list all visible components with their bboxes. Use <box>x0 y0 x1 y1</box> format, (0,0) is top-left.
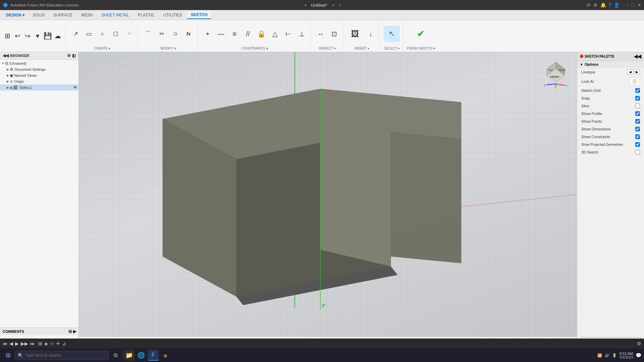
browser-item-sides1[interactable]: ▶ ◉ Sides:1 👁 <box>0 84 78 90</box>
browser-item-named-views[interactable]: ▶ ◉ Named Views <box>0 72 78 78</box>
sides1-eye-icon[interactable]: 👁 <box>73 85 77 90</box>
anim-prev-btn[interactable]: ◀ <box>9 341 13 346</box>
anim-right-icon[interactable]: ⚙ <box>637 341 641 346</box>
start-btn[interactable]: ⊞ <box>3 350 13 361</box>
align-btn[interactable]: ⊢ <box>282 26 294 42</box>
coincident-btn[interactable]: ≡ <box>228 26 240 42</box>
viewcube[interactable]: FRONT TOP RIGHT Y X Z <box>540 57 572 89</box>
options-section-header[interactable]: ▼ Options <box>577 61 644 68</box>
show-dimensions-checkbox[interactable] <box>635 127 640 131</box>
file-menu[interactable]: ▾ <box>33 28 42 44</box>
taskbar-search-input[interactable] <box>25 353 99 358</box>
anim-keyframe-icon[interactable]: ◈ <box>44 341 48 346</box>
palette-show-constraints-row: Show Constraints <box>577 133 644 141</box>
chrome-btn[interactable]: 🌐 <box>136 350 147 361</box>
grid-button[interactable]: ⊞ <box>3 28 12 44</box>
browser-item-document-settings[interactable]: ▶ ⚙ Document Settings <box>0 66 78 72</box>
show-constraints-checkbox[interactable] <box>635 134 640 139</box>
viewport[interactable]: 2° ⟳ ▾ ✋ 🔍 ⊡ ◧ ▾ ⊞ ▾ ⊟ ▾ FRONT TOP <box>79 52 577 349</box>
tab-mesh[interactable]: MESH <box>77 11 97 19</box>
browser-expand-icon[interactable]: ◧ <box>72 53 76 58</box>
insert-dxf-btn[interactable]: ↓ <box>365 26 377 42</box>
clock-area[interactable]: 8:53 AM 6/6/2023 <box>620 352 633 359</box>
close-btn[interactable]: ✕ <box>637 2 641 8</box>
browser-collapse-icon[interactable]: ◀◀ <box>3 53 9 58</box>
redo-btn[interactable]: ↪ <box>23 28 32 44</box>
minimize-btn[interactable]: − <box>626 2 629 8</box>
tab-sketch[interactable]: SKETCH <box>187 11 211 19</box>
comments-expand-icon[interactable]: ⊟ <box>68 329 72 334</box>
settings-icon[interactable]: ⚙ <box>593 2 598 8</box>
task-view-btn[interactable]: ⧉ <box>110 350 121 361</box>
snap-checkbox[interactable] <box>635 96 640 101</box>
offset-btn[interactable]: ⊃ <box>169 26 181 42</box>
browser-item-origin[interactable]: ▶ ⊕ Origin <box>0 78 78 84</box>
fillet-btn[interactable]: ⌒ <box>142 26 154 42</box>
network-icon[interactable]: 📶 <box>597 353 602 358</box>
show-projected-checkbox[interactable] <box>635 142 640 147</box>
line-btn[interactable]: ↗ <box>69 26 82 42</box>
show-points-checkbox[interactable] <box>635 119 640 124</box>
save-btn[interactable]: 💾 <box>43 28 52 44</box>
palette-pin-icon[interactable]: ◀◀ <box>634 54 641 59</box>
anim-move-icon[interactable]: ✛ <box>56 341 60 346</box>
perpendicular-btn[interactable]: ⊥ <box>296 26 308 42</box>
anim-play-btn[interactable]: ▶ <box>15 341 19 346</box>
equation-btn[interactable]: fx <box>182 26 195 42</box>
comments-settings-icon[interactable]: ▶ <box>73 329 76 334</box>
triangle-btn[interactable]: △ <box>269 26 281 42</box>
undo-btn[interactable]: ↩ <box>13 28 22 44</box>
anim-frame-icon[interactable]: ⊞ <box>38 341 42 346</box>
maximize-btn[interactable]: □ <box>632 2 635 8</box>
tab-utilities[interactable]: UTILITIES <box>159 11 186 19</box>
account-icon[interactable]: 👤 <box>614 2 620 8</box>
file-explorer-btn[interactable]: 📁 <box>124 350 135 361</box>
anim-next-btn[interactable]: ▶▶ <box>21 341 28 346</box>
show-profile-checkbox[interactable] <box>635 111 640 116</box>
battery-icon[interactable]: 🔋 <box>612 353 617 358</box>
measure-btn[interactable]: ↔ <box>315 26 327 42</box>
notification-badge[interactable]: 💬 <box>636 353 641 358</box>
insert-image-btn[interactable]: 🖼 <box>347 26 363 42</box>
fusion-taskbar-btn[interactable]: F <box>148 350 159 361</box>
tab-sheet-metal[interactable]: SHEET METAL <box>98 11 133 19</box>
fix-btn[interactable]: + <box>202 26 214 42</box>
sketch-grid-checkbox[interactable] <box>635 88 640 93</box>
linetype-prev-btn[interactable]: ◀ <box>627 69 633 74</box>
polygon-btn[interactable]: ⬡ <box>110 26 122 42</box>
volume-icon[interactable]: 🔊 <box>605 353 609 358</box>
help-icon[interactable]: ? <box>609 2 611 8</box>
3d-sketch-checkbox[interactable] <box>635 150 640 155</box>
anim-settings-icon[interactable]: ⊹ <box>50 341 54 346</box>
notification-icon[interactable]: 🔔 <box>600 2 606 8</box>
tab-close-icon[interactable]: ✕ <box>332 3 335 8</box>
tab-solid[interactable]: SOLID <box>29 11 49 19</box>
refresh-icon[interactable]: ⟳ <box>587 2 591 8</box>
slice-checkbox[interactable] <box>635 104 640 108</box>
tab-surface[interactable]: SURFACE <box>49 11 76 19</box>
new-tab-icon[interactable]: + <box>338 2 341 8</box>
search-bar[interactable]: 🔍 <box>15 351 109 360</box>
cloud-btn[interactable]: ☁ <box>53 28 62 44</box>
lock-btn[interactable]: 🔒 <box>255 26 267 42</box>
finish-sketch-btn[interactable]: ✔ <box>411 24 431 44</box>
sketch-tools-btn[interactable]: ⁘ <box>123 26 135 42</box>
circle-btn[interactable]: ○ <box>96 26 108 42</box>
visibility-icon[interactable]: ◉ <box>10 86 13 89</box>
dimension-btn[interactable]: ⊡ <box>328 26 340 42</box>
anim-extra-icon[interactable]: ⊿ <box>62 341 66 346</box>
orange-app-btn[interactable]: ◈ <box>160 350 171 361</box>
linetype-next-btn[interactable]: ▶ <box>634 69 640 74</box>
anim-start-btn[interactable]: ⏮ <box>3 341 7 346</box>
parallel-btn[interactable]: // <box>242 26 254 42</box>
tab-plastic[interactable]: PLASTIC <box>134 11 159 19</box>
select-btn[interactable]: ↖ <box>384 26 400 42</box>
rectangle-btn[interactable]: ▭ <box>83 26 95 42</box>
horizontal-constraint-btn[interactable]: — <box>215 26 227 42</box>
trim-btn[interactable]: ✂ <box>156 26 168 42</box>
anim-end-btn[interactable]: ⏭ <box>30 341 35 346</box>
browser-item-unsaved[interactable]: ▼ ⊟ (Unsaved) <box>0 60 78 66</box>
design-dropdown[interactable]: DESIGN ▾ <box>3 11 28 19</box>
browser-settings-icon[interactable]: ⚙ <box>67 53 71 58</box>
look-at-btn[interactable]: 📋 <box>629 77 640 85</box>
